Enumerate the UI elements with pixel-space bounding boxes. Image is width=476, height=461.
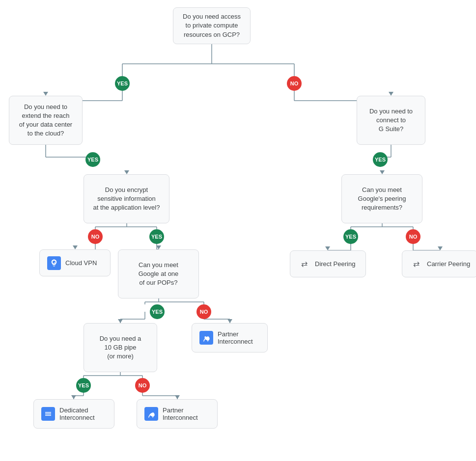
cloud-vpn-result: Cloud VPN bbox=[39, 249, 111, 276]
badge-yes-extend: YES bbox=[85, 152, 100, 167]
svg-marker-33 bbox=[73, 245, 78, 249]
badge-yes-peering-left: YES bbox=[343, 229, 358, 244]
yes-label-3: YES bbox=[375, 157, 386, 163]
yes-label-2: YES bbox=[87, 157, 98, 163]
badge-no-encrypt-left: NO bbox=[88, 229, 103, 244]
encrypt-label: Do you encrypt sensitive information at … bbox=[93, 186, 160, 213]
badge-no-root-right: NO bbox=[287, 76, 302, 91]
svg-marker-45 bbox=[325, 246, 330, 250]
encrypt-question: Do you encrypt sensitive information at … bbox=[84, 174, 169, 223]
gsuite-question: Do you need to connect to G Suite? bbox=[357, 96, 425, 145]
svg-marker-7 bbox=[43, 92, 48, 96]
badge-yes-pops: YES bbox=[150, 304, 165, 319]
svg-marker-49 bbox=[438, 246, 443, 250]
partner-interconnect-2-result: Partner Interconnect bbox=[137, 399, 218, 429]
svg-marker-61 bbox=[227, 319, 232, 323]
dedicated-interconnect-label: Dedicated Interconnect bbox=[59, 407, 95, 421]
no-label-2: NO bbox=[91, 234, 100, 240]
carrier-peering-result: ⇄ Carrier Peering bbox=[402, 250, 476, 277]
connector-lines bbox=[0, 0, 476, 461]
svg-marker-35 bbox=[156, 245, 161, 249]
yes-label-4: YES bbox=[151, 234, 162, 240]
gsuite-label: Do you need to connect to G Suite? bbox=[369, 107, 413, 134]
svg-marker-57 bbox=[118, 319, 123, 323]
svg-marker-11 bbox=[389, 92, 393, 96]
badge-yes-gsuite: YES bbox=[373, 152, 388, 167]
yes-label-5: YES bbox=[345, 234, 356, 240]
badge-no-peering-right: NO bbox=[406, 229, 420, 244]
no-label-3: NO bbox=[409, 234, 418, 240]
dedicated-interconnect-result: Dedicated Interconnect bbox=[33, 399, 114, 429]
direct-peering-result: ⇄ Direct Peering bbox=[290, 250, 366, 277]
yes-label: YES bbox=[117, 81, 128, 86]
partner-interconnect-1-label: Partner Interconnect bbox=[218, 330, 253, 345]
partner-interconnect-2-icon bbox=[144, 407, 159, 421]
partner-interconnect-1-result: Partner Interconnect bbox=[192, 323, 268, 353]
ten-gb-question: Do you need a 10 GB pipe (or more) bbox=[84, 323, 157, 372]
svg-marker-73 bbox=[175, 395, 180, 399]
cloud-vpn-label: Cloud VPN bbox=[65, 259, 97, 267]
cloud-vpn-icon bbox=[47, 256, 61, 271]
ten-gb-label: Do you need a 10 GB pipe (or more) bbox=[100, 334, 141, 361]
carrier-peering-label: Carrier Peering bbox=[427, 260, 470, 268]
badge-yes-encrypt-right: YES bbox=[149, 229, 164, 244]
pops-question: Can you meet Google at one of our POPs? bbox=[118, 249, 199, 298]
flowchart: Do you need access to private compute re… bbox=[0, 0, 476, 461]
yes-label-6: YES bbox=[152, 309, 163, 315]
peering-req-label: Can you meet Google's peering requiremen… bbox=[358, 186, 406, 213]
yes-label-7: YES bbox=[78, 382, 89, 388]
badge-yes-10gb: YES bbox=[76, 378, 91, 393]
no-label-4: NO bbox=[200, 309, 208, 315]
svg-marker-69 bbox=[71, 395, 76, 399]
badge-no-pops: NO bbox=[196, 304, 211, 319]
extend-label: Do you need to extend the reach of your … bbox=[19, 103, 72, 138]
carrier-peering-icon: ⇄ bbox=[409, 257, 423, 271]
badge-no-10gb: NO bbox=[135, 378, 150, 393]
extend-question: Do you need to extend the reach of your … bbox=[9, 96, 83, 145]
pops-label: Can you meet Google at one of our POPs? bbox=[139, 261, 179, 288]
svg-marker-18 bbox=[124, 170, 129, 174]
no-label-5: NO bbox=[139, 382, 147, 388]
no-label: NO bbox=[290, 81, 299, 86]
root-label: Do you need access to private compute re… bbox=[183, 12, 241, 39]
badge-yes-root-left: YES bbox=[115, 76, 130, 91]
dedicated-interconnect-icon bbox=[41, 407, 56, 421]
direct-peering-icon: ⇄ bbox=[297, 257, 311, 271]
root-question: Do you need access to private compute re… bbox=[173, 7, 251, 44]
direct-peering-label: Direct Peering bbox=[315, 260, 355, 268]
svg-marker-25 bbox=[380, 170, 385, 174]
partner-interconnect-1-icon bbox=[199, 330, 214, 345]
peering-req-question: Can you meet Google's peering requiremen… bbox=[341, 174, 422, 223]
partner-interconnect-2-label: Partner Interconnect bbox=[163, 407, 198, 421]
